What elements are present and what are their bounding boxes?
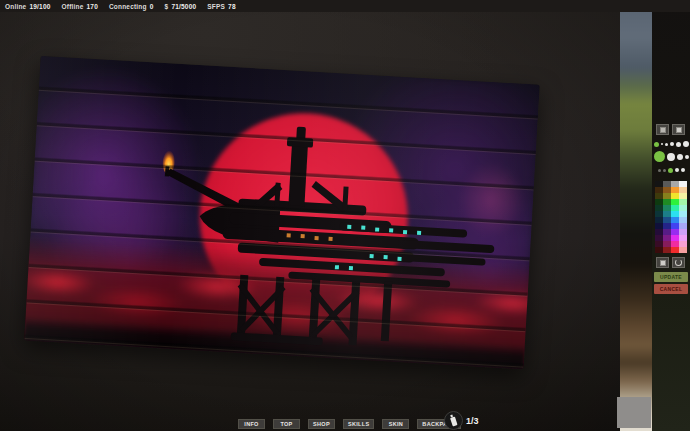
image-button[interactable] xyxy=(656,257,669,268)
world-background-strip xyxy=(620,0,652,431)
status-bar: Online19/100Offline170Connecting0$71/500… xyxy=(0,0,690,12)
menu-button-top[interactable]: TOP xyxy=(273,419,300,429)
brush-tool-button[interactable] xyxy=(656,124,669,135)
status-item: Online19/100 xyxy=(5,3,51,10)
status-item: $71/5000 xyxy=(165,3,197,10)
color-palette xyxy=(655,181,687,253)
brush-opacity-dot[interactable] xyxy=(654,151,665,162)
brush-spacing-row xyxy=(654,165,688,175)
update-button[interactable]: UPDATE xyxy=(654,272,688,282)
world-background-blur xyxy=(620,0,652,431)
brush-spacing-dot[interactable] xyxy=(668,168,673,173)
cancel-button[interactable]: CANCEL xyxy=(654,284,688,294)
status-item: Offline170 xyxy=(62,3,98,10)
undo-icon xyxy=(675,259,682,266)
palette-color[interactable] xyxy=(671,247,679,253)
brush-opacity-row xyxy=(654,150,688,163)
status-item: SFPS78 xyxy=(207,3,235,10)
paint-tool-buttons xyxy=(656,124,685,135)
undo-button[interactable] xyxy=(672,257,685,268)
spray-tool-button[interactable] xyxy=(672,124,685,135)
spray-icon xyxy=(676,127,682,133)
paint-tool-panel: UPDATE CANCEL xyxy=(652,0,690,431)
oil-rig-silhouette xyxy=(134,117,517,369)
menu-button-info[interactable]: INFO xyxy=(238,419,265,429)
brush-size-dot[interactable] xyxy=(683,141,689,147)
brush-opacity-dot[interactable] xyxy=(667,153,675,161)
status-item: Connecting0 xyxy=(109,3,154,10)
brush-size-dot[interactable] xyxy=(665,143,668,146)
spray-can-icon xyxy=(444,411,463,430)
painted-sign-canvas[interactable] xyxy=(24,56,540,369)
brush-spacing-dot[interactable] xyxy=(658,169,661,172)
brush-opacity-dot[interactable] xyxy=(685,155,689,159)
charge-count: 1/3 xyxy=(466,416,479,426)
gray-placeholder-box xyxy=(617,397,651,428)
brush-icon xyxy=(660,127,666,133)
palette-color[interactable] xyxy=(679,247,687,253)
brush-opacity-dot[interactable] xyxy=(677,154,683,160)
menu-button-skills[interactable]: SKILLS xyxy=(343,419,374,429)
image-icon xyxy=(660,260,666,266)
palette-color[interactable] xyxy=(663,247,671,253)
palette-action-buttons xyxy=(656,257,685,268)
brush-spacing-dot[interactable] xyxy=(675,168,679,172)
brush-size-dot[interactable] xyxy=(661,143,663,145)
brush-size-dot[interactable] xyxy=(654,142,659,147)
brush-size-dot[interactable] xyxy=(670,142,674,146)
brush-size-dot[interactable] xyxy=(676,142,681,147)
menu-button-skin[interactable]: SKIN xyxy=(382,419,409,429)
brush-spacing-dot[interactable] xyxy=(663,169,666,172)
menu-button-shop[interactable]: SHOP xyxy=(308,419,335,429)
spray-charge-indicator: 1/3 xyxy=(444,411,479,430)
palette-color[interactable] xyxy=(655,247,663,253)
brush-size-row xyxy=(654,139,688,149)
brush-spacing-dot[interactable] xyxy=(681,168,685,172)
bottom-buttons: INFOTOPSHOPSKILLSSKINBACKPACK xyxy=(238,419,461,429)
game-viewport xyxy=(0,0,690,431)
